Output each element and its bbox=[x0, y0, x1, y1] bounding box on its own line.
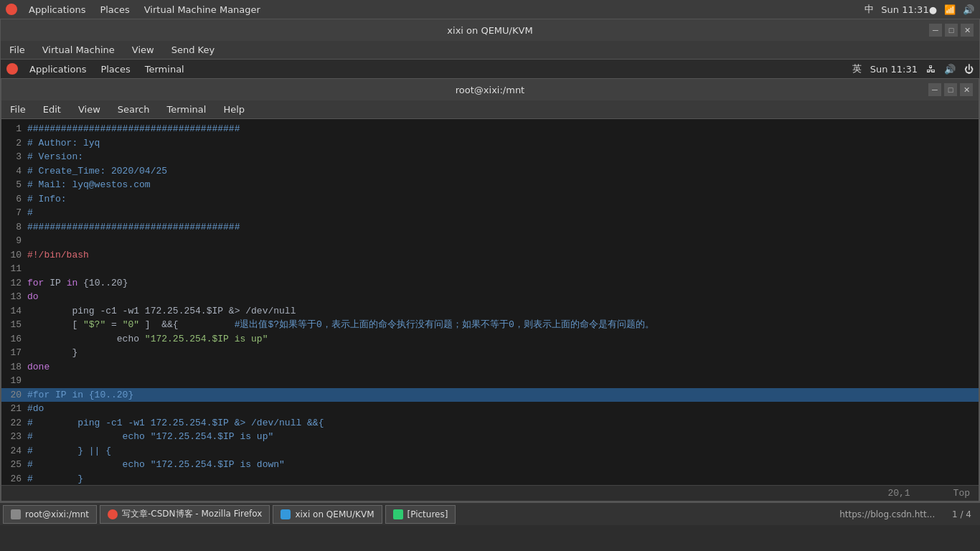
code-line-18: 18 done bbox=[1, 360, 979, 375]
terminal-close-button[interactable]: ✕ bbox=[960, 83, 973, 96]
code-line-19: 19 bbox=[1, 374, 979, 388]
vm-menu-view[interactable]: View bbox=[129, 44, 157, 55]
vm-menu-send-key[interactable]: Send Key bbox=[169, 44, 217, 55]
vm-restore-button[interactable]: □ bbox=[945, 24, 958, 37]
code-line-6: 6 # Info: bbox=[1, 192, 979, 207]
terminal-title: root@xixi:/mnt bbox=[456, 85, 524, 95]
taskbar: root@xixi:/mnt 写文章-CSDN博客 - Mozilla Fire… bbox=[0, 502, 980, 525]
system-vm-manager-menu[interactable]: Virtual Machine Manager bbox=[141, 4, 263, 15]
code-line-10: 10 #!/bin/bash bbox=[1, 248, 979, 263]
terminal-taskbar-icon bbox=[11, 509, 21, 519]
terminal-menubar: File Edit View Search Terminal Help bbox=[1, 100, 979, 119]
code-line-13: 13 do bbox=[1, 290, 979, 304]
system-applications-menu[interactable]: Applications bbox=[26, 4, 88, 15]
code-line-17: 17 } bbox=[1, 346, 979, 360]
vm-title: xixi on QEMU/KVM bbox=[447, 25, 532, 36]
terminal-minimize-button[interactable]: ─ bbox=[928, 83, 941, 96]
taskbar-item-terminal[interactable]: root@xixi:/mnt bbox=[3, 505, 97, 524]
system-lang-indicator: 中 bbox=[864, 3, 874, 16]
terminal-menu-help[interactable]: Help bbox=[220, 104, 248, 115]
terminal-menu-view[interactable]: View bbox=[75, 104, 103, 115]
taskbar-page: 1 / 4 bbox=[952, 509, 971, 519]
taskbar-item-firefox[interactable]: 写文章-CSDN博客 - Mozilla Firefox bbox=[100, 505, 270, 524]
taskbar-vm-label: xixi on QEMU/KVM bbox=[295, 509, 374, 519]
vm-minimize-button[interactable]: ─ bbox=[929, 24, 942, 37]
code-line-14: 14 ping -c1 -w1 172.25.254.$IP &> /dev/n… bbox=[1, 304, 979, 319]
system-bar-left: Applications Places Virtual Machine Mana… bbox=[6, 4, 864, 15]
terminal-window: root@xixi:/mnt ─ □ ✕ File Edit View Sear… bbox=[1, 78, 979, 501]
firefox-taskbar-icon bbox=[108, 509, 118, 519]
guest-clock: Sun 11:31 bbox=[870, 64, 918, 75]
code-line-12: 12 for IP in {10..20} bbox=[1, 276, 979, 291]
vm-titlebar: xixi on QEMU/KVM ─ □ ✕ bbox=[1, 19, 979, 41]
terminal-content[interactable]: 1 ######################################… bbox=[1, 119, 979, 485]
terminal-menu-terminal[interactable]: Terminal bbox=[164, 104, 209, 115]
vm-window-controls: ─ □ ✕ bbox=[929, 24, 974, 37]
code-line-4: 4 # Create_Time: 2020/04/25 bbox=[1, 164, 979, 179]
system-places-menu[interactable]: Places bbox=[97, 4, 132, 15]
vm-menu-file[interactable]: File bbox=[6, 44, 28, 55]
code-line-15: 15 [ "$?" = "0" ] &&{ #退出值$?如果等于0，表示上面的命… bbox=[1, 318, 979, 332]
taskbar-terminal-label: root@xixi:/mnt bbox=[25, 509, 89, 519]
vm-close-button[interactable]: ✕ bbox=[961, 24, 974, 37]
taskbar-files-label: [Pictures] bbox=[407, 509, 448, 519]
code-line-8: 8 ###################################### bbox=[1, 220, 979, 235]
guest-network-icon: 🖧 bbox=[926, 64, 936, 75]
taskbar-right: https://blog.csdn.htt... 1 / 4 bbox=[839, 509, 977, 519]
guest-places-menu[interactable]: Places bbox=[98, 64, 133, 75]
code-line-21: 21 #do bbox=[1, 402, 979, 416]
guest-power-icon: ⏻ bbox=[964, 64, 974, 75]
vm-menu-virtual-machine[interactable]: Virtual Machine bbox=[39, 44, 118, 55]
guest-volume-icon: 🔊 bbox=[944, 64, 956, 75]
code-line-3: 3 # Version: bbox=[1, 150, 979, 164]
code-line-11: 11 bbox=[1, 262, 979, 276]
vm-taskbar-icon bbox=[281, 509, 291, 519]
files-taskbar-icon bbox=[393, 509, 403, 519]
code-line-24: 24 # } || { bbox=[1, 444, 979, 458]
taskbar-url: https://blog.csdn.htt... bbox=[839, 509, 935, 519]
taskbar-firefox-label: 写文章-CSDN博客 - Mozilla Firefox bbox=[122, 508, 262, 520]
terminal-menu-edit[interactable]: Edit bbox=[40, 104, 64, 115]
guest-terminal-menu[interactable]: Terminal bbox=[142, 64, 187, 75]
code-line-1: 1 ###################################### bbox=[1, 122, 979, 136]
wifi-icon: 📶 bbox=[944, 4, 956, 15]
system-bar-right: 中 Sun 11:31● 📶 🔊 bbox=[864, 3, 974, 16]
terminal-restore-button[interactable]: □ bbox=[944, 83, 957, 96]
code-line-22: 22 # ping -c1 -w1 172.25.254.$IP &> /dev… bbox=[1, 416, 979, 430]
code-line-23: 23 # echo "172.25.254.$IP is up" bbox=[1, 430, 979, 444]
code-line-2: 2 # Author: lyq bbox=[1, 136, 979, 151]
guest-topbar-right: 英 Sun 11:31 🖧 🔊 ⏻ bbox=[852, 62, 974, 75]
code-line-26: 26 # } bbox=[1, 472, 979, 486]
system-app-icon bbox=[6, 4, 17, 15]
cursor-position: 20,1 bbox=[887, 488, 910, 499]
guest-app-icon bbox=[6, 63, 18, 75]
code-line-16: 16 echo "172.25.254.$IP is up" bbox=[1, 332, 979, 347]
terminal-menu-file[interactable]: File bbox=[7, 104, 29, 115]
system-clock: Sun 11:31● bbox=[881, 4, 937, 15]
guest-lang: 英 bbox=[852, 62, 862, 75]
code-line-5: 5 # Mail: lyq@westos.com bbox=[1, 178, 979, 192]
taskbar-item-files[interactable]: [Pictures] bbox=[385, 505, 456, 524]
guest-topbar: Applications Places Terminal 英 Sun 11:31… bbox=[1, 60, 979, 78]
code-line-7: 7 # bbox=[1, 206, 979, 220]
guest-applications-menu[interactable]: Applications bbox=[27, 64, 89, 75]
terminal-status-bar: 20,1 Top bbox=[1, 485, 979, 501]
system-topbar: Applications Places Virtual Machine Mana… bbox=[0, 0, 980, 19]
vm-window: xixi on QEMU/KVM ─ □ ✕ File Virtual Mach… bbox=[0, 19, 980, 502]
scroll-position: Top bbox=[953, 488, 970, 499]
vm-menubar: File Virtual Machine View Send Key bbox=[1, 41, 979, 60]
taskbar-item-vm[interactable]: xixi on QEMU/KVM bbox=[273, 505, 382, 524]
terminal-window-controls: ─ □ ✕ bbox=[928, 83, 973, 96]
code-line-20: 20 #for IP in {10..20} bbox=[1, 388, 979, 402]
terminal-menu-search[interactable]: Search bbox=[115, 104, 153, 115]
code-line-25: 25 # echo "172.25.254.$IP is down" bbox=[1, 458, 979, 472]
terminal-titlebar: root@xixi:/mnt ─ □ ✕ bbox=[1, 79, 979, 100]
volume-icon: 🔊 bbox=[963, 4, 974, 15]
code-line-9: 9 bbox=[1, 234, 979, 248]
